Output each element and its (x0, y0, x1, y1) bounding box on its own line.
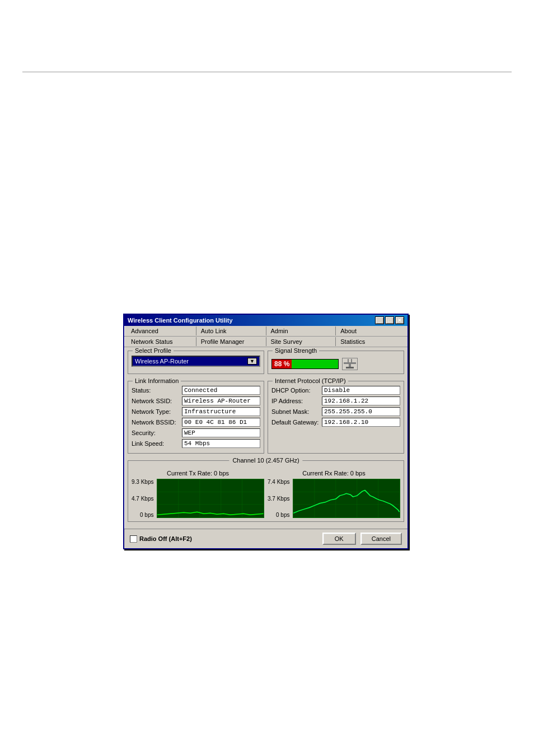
radio-off-label: Radio Off (Alt+F2) (139, 535, 192, 542)
rx-rate-label: Current Rx Rate: 0 bps (268, 470, 400, 477)
menu-row-1: Advanced Auto Link Admin About (124, 326, 407, 337)
radio-off-section: Radio Off (Alt+F2) (130, 535, 192, 543)
gateway-field-label: Default Gateway: (271, 419, 322, 426)
bottom-bar: Radio Off (Alt+F2) OK Cancel (124, 529, 407, 548)
antenna-icon (342, 358, 358, 370)
svg-rect-1 (344, 362, 356, 364)
menu-profile-manager[interactable]: Profile Manager (196, 337, 266, 346)
button-group: OK Cancel (322, 533, 402, 545)
svg-rect-4 (346, 367, 354, 368)
ssid-field-label: Network SSID: (132, 398, 182, 404)
menu-advanced[interactable]: Advanced (127, 326, 196, 335)
rx-y-mid: 3.7 Kbps (268, 496, 289, 502)
network-type-value: Infrastructure (182, 407, 260, 416)
link-speed-row: Link Speed: 54 Mbps (132, 439, 260, 448)
link-speed-value: 54 Mbps (182, 439, 260, 448)
cancel-button[interactable]: Cancel (360, 533, 402, 545)
dhcp-field-label: DHCP Option: (271, 387, 322, 394)
menu-row-2: Network Status Profile Manager Site Surv… (124, 337, 407, 347)
signal-green-fill (292, 360, 338, 368)
select-profile-group: Select Profile Wireless AP-Router ▼ (128, 351, 264, 374)
graph-section: Current Tx Rate: 0 bps 9.3 Kbps 4.7 Kbps… (132, 470, 400, 518)
status-value: Connected (182, 386, 260, 395)
rx-graph-canvas (293, 479, 400, 518)
rx-graph-container: 7.4 Kbps 3.7 Kbps 0 bps (268, 479, 400, 518)
window-controls: _ □ ✕ (375, 316, 404, 324)
menu-network-status[interactable]: Network Status (127, 337, 196, 346)
link-info-group: Link Information Status: Connected Netwo… (128, 381, 264, 454)
profile-select-dropdown[interactable]: Wireless AP-Router ▼ (132, 356, 260, 367)
rx-y-labels: 7.4 Kbps 3.7 Kbps 0 bps (268, 479, 291, 518)
status-field-label: Status: (132, 387, 182, 394)
window-chrome: Wireless Client Configuration Utility _ … (123, 314, 409, 549)
tx-y-bot: 0 bps (132, 512, 153, 518)
link-speed-field-label: Link Speed: (132, 440, 182, 447)
middle-section: Link Information Status: Connected Netwo… (128, 381, 404, 457)
security-value: WEP (182, 428, 260, 437)
ip-value: 192.168.1.22 (322, 396, 400, 405)
svg-rect-3 (351, 359, 352, 363)
status-row: Status: Connected (132, 386, 260, 395)
link-info-label: Link Information (133, 377, 181, 384)
menu-row-2-items: Network Status Profile Manager Site Surv… (127, 337, 405, 346)
bssid-field-label: Network BSSID: (132, 419, 182, 426)
divider-line (22, 72, 512, 72)
menu-admin[interactable]: Admin (266, 326, 336, 335)
tx-y-labels: 9.3 Kbps 4.7 Kbps 0 bps (132, 479, 154, 518)
main-content: Select Profile Wireless AP-Router ▼ Sign… (124, 347, 407, 529)
title-bar: Wireless Client Configuration Utility _ … (124, 315, 407, 326)
security-row: Security: WEP (132, 428, 260, 437)
tcp-ip-label: Internet Protocol (TCP/IP) (273, 377, 348, 384)
tx-graph-canvas (157, 479, 264, 518)
tx-graph-half: Current Tx Rate: 0 bps 9.3 Kbps 4.7 Kbps… (132, 470, 264, 518)
window-title: Wireless Client Configuration Utility (128, 317, 233, 324)
channel-section: Channel 10 (2.457 GHz) Current Tx Rate: … (128, 460, 404, 522)
dhcp-row: DHCP Option: Disable (271, 386, 400, 395)
menu-row-1-items: Advanced Auto Link Admin About (127, 326, 405, 335)
profile-select-value: Wireless AP-Router (135, 358, 189, 365)
select-profile-label: Select Profile (133, 347, 174, 354)
security-field-label: Security: (132, 430, 182, 436)
close-button[interactable]: ✕ (395, 316, 404, 324)
subnet-row: Subnet Mask: 255.255.255.0 (271, 407, 400, 416)
signal-percent: 88 % (272, 360, 292, 368)
bssid-row: Network BSSID: 00 E0 4C 81 86 D1 (132, 418, 260, 427)
ip-field-label: IP Address: (271, 398, 322, 404)
tx-y-mid: 4.7 Kbps (132, 496, 153, 502)
ssid-row: Network SSID: Wireless AP-Router (132, 396, 260, 405)
rx-y-top: 7.4 Kbps (268, 479, 289, 485)
maximize-button[interactable]: □ (385, 316, 394, 324)
tx-rate-label: Current Tx Rate: 0 bps (132, 470, 264, 477)
subnet-value: 255.255.255.0 (322, 407, 400, 416)
channel-label: Channel 10 (2.457 GHz) (229, 457, 302, 464)
ip-row: IP Address: 192.168.1.22 (271, 396, 400, 405)
application-window: Wireless Client Configuration Utility _ … (123, 314, 409, 549)
radio-off-checkbox[interactable] (130, 535, 137, 543)
page-background: Wireless Client Configuration Utility _ … (0, 0, 534, 756)
gateway-value: 192.168.2.10 (322, 418, 400, 427)
network-type-field-label: Network Type: (132, 408, 182, 415)
tcp-ip-group: Internet Protocol (TCP/IP) DHCP Option: … (268, 381, 404, 454)
subnet-field-label: Subnet Mask: (271, 408, 322, 415)
signal-bar: 88 % (271, 359, 339, 369)
tx-y-top: 9.3 Kbps (132, 479, 153, 485)
dropdown-arrow-icon: ▼ (247, 358, 257, 365)
signal-strength-group: Signal Strength 88 % (268, 351, 404, 374)
menu-site-survey[interactable]: Site Survey (266, 337, 336, 346)
signal-strength-label: Signal Strength (273, 347, 319, 354)
minimize-button[interactable]: _ (375, 316, 384, 324)
top-section: Select Profile Wireless AP-Router ▼ Sign… (128, 351, 404, 377)
dhcp-value: Disable (322, 386, 400, 395)
ok-button[interactable]: OK (322, 533, 356, 545)
bssid-value: 00 E0 4C 81 86 D1 (182, 418, 260, 427)
menu-statistics[interactable]: Statistics (336, 337, 405, 346)
gateway-row: Default Gateway: 192.168.2.10 (271, 418, 400, 427)
menu-about[interactable]: About (336, 326, 405, 335)
network-type-row: Network Type: Infrastructure (132, 407, 260, 416)
ssid-value: Wireless AP-Router (182, 396, 260, 405)
svg-rect-2 (348, 359, 349, 363)
tx-graph-container: 9.3 Kbps 4.7 Kbps 0 bps (132, 479, 264, 518)
signal-bar-container: 88 % (271, 358, 400, 370)
menu-autolink[interactable]: Auto Link (196, 326, 266, 335)
rx-graph-half: Current Rx Rate: 0 bps 7.4 Kbps 3.7 Kbps… (268, 470, 400, 518)
